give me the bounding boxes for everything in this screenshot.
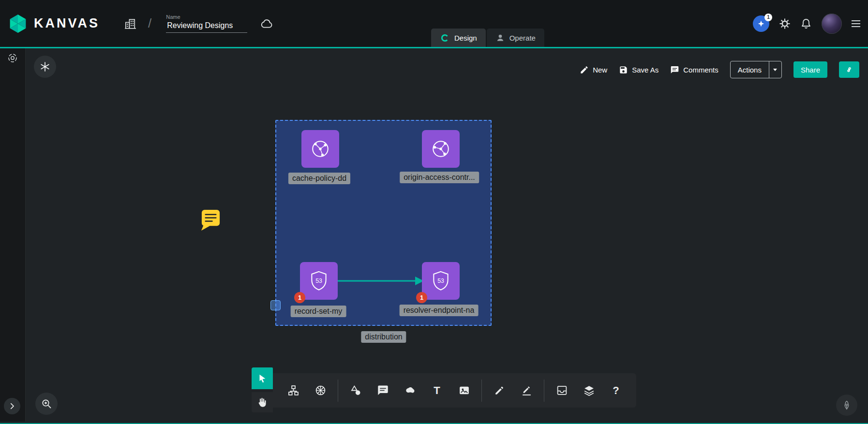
annotation-pen-button[interactable] <box>836 395 857 416</box>
comment-tool-button[interactable] <box>369 373 396 408</box>
tool-strip: T <box>273 373 636 408</box>
layers-tool-button[interactable] <box>575 373 602 408</box>
actions-caret-button[interactable] <box>769 61 781 78</box>
network-globe-icon <box>428 136 454 162</box>
breadcrumb-separator: / <box>148 16 151 31</box>
comment-icon <box>670 65 679 74</box>
node-issue-badge[interactable]: 1 <box>294 292 305 303</box>
network-globe-icon <box>307 136 333 162</box>
notifications-button[interactable] <box>800 18 812 29</box>
canvas-options-button[interactable] <box>34 56 56 78</box>
tab-operate[interactable]: Operate <box>487 29 544 47</box>
notification-count-badge: 1 <box>764 14 772 21</box>
comment-pin-icon <box>200 208 221 231</box>
settings-button[interactable] <box>779 18 791 29</box>
node-issue-badge[interactable]: 1 <box>416 292 427 303</box>
tab-operate-label: Operate <box>509 34 536 42</box>
comment-marker[interactable] <box>200 208 221 233</box>
svg-text:53: 53 <box>315 278 322 284</box>
node-origin-access-control[interactable] <box>422 130 460 168</box>
toolbar-divider <box>481 380 482 402</box>
edge-handle[interactable] <box>270 300 281 310</box>
left-sidebar <box>0 48 26 422</box>
freeform-tool-button[interactable] <box>396 373 423 408</box>
draw-tool-button[interactable] <box>486 373 513 408</box>
main-area: New Save As Comments Actions <box>0 48 868 422</box>
share-button[interactable]: Share <box>793 61 827 78</box>
copy-link-button[interactable] <box>839 61 859 78</box>
comments-button[interactable]: Comments <box>670 65 718 74</box>
svg-text:53: 53 <box>437 278 444 284</box>
actions-dropdown: Actions <box>730 61 782 78</box>
node-label: resolver-endpoint-na <box>400 305 479 316</box>
sketch-tool-button[interactable] <box>513 373 540 408</box>
caret-down-icon <box>772 67 778 73</box>
design-name-input[interactable] <box>166 21 247 33</box>
designs-drawer-button[interactable] <box>548 373 575 408</box>
cloud-sync-icon[interactable] <box>260 17 273 30</box>
node-resolver-endpoint[interactable]: 53 1 <box>422 262 460 300</box>
selection-group[interactable]: 53 1 53 1 <box>275 120 492 326</box>
app-root: KANVAS / Name <box>0 0 868 424</box>
help-glyph: ? <box>613 384 619 397</box>
route53-shield-icon: 53 <box>306 268 332 294</box>
gear-icon <box>779 18 791 29</box>
shapes-tool-button[interactable] <box>342 373 369 408</box>
chevron-right-icon <box>8 402 16 410</box>
blob-icon <box>404 384 416 396</box>
components-tool-button[interactable] <box>280 373 307 408</box>
session-icon[interactable] <box>7 52 18 65</box>
node-cache-policy[interactable] <box>301 130 339 168</box>
helm-wheel-icon <box>314 384 327 396</box>
pen-underline-icon <box>521 384 533 396</box>
new-label: New <box>593 66 607 74</box>
kubernetes-tool-button[interactable] <box>307 373 334 408</box>
canvas-action-bar: New Save As Comments Actions <box>580 61 859 78</box>
tab-design[interactable]: Design <box>431 29 486 47</box>
hand-icon <box>257 397 268 408</box>
node-record-set[interactable]: 53 1 <box>300 262 338 300</box>
shapes-icon <box>350 384 362 396</box>
node-label: origin-access-contr... <box>400 172 479 183</box>
save-as-button[interactable]: Save As <box>619 65 658 74</box>
organization-icon[interactable] <box>124 17 136 30</box>
drawer-icon <box>556 384 568 396</box>
provider-badge-button[interactable]: 1 <box>753 15 769 32</box>
help-tool-button[interactable]: ? <box>602 373 629 408</box>
pencil-icon <box>580 65 589 74</box>
text-tool-glyph: T <box>434 384 440 397</box>
text-tool-button[interactable]: T <box>423 373 450 408</box>
pan-tool-button[interactable] <box>252 392 273 412</box>
node-label: record-set-my <box>291 306 346 317</box>
zoom-in-button[interactable] <box>35 393 58 415</box>
select-tool-button[interactable] <box>252 367 273 389</box>
brand-name: KANVAS <box>34 16 100 31</box>
toolbar-divider <box>338 380 338 402</box>
sidebar-expand-button[interactable] <box>4 398 20 414</box>
sitemap-icon <box>287 384 299 396</box>
kanvas-logo[interactable]: KANVAS <box>8 14 100 34</box>
design-name-label: Name <box>166 14 247 20</box>
design-icon <box>440 33 450 43</box>
image-icon <box>458 384 470 396</box>
layers-icon <box>583 384 595 396</box>
menu-button[interactable] <box>852 20 860 27</box>
comment-bubble-icon <box>377 384 389 396</box>
tab-design-label: Design <box>454 34 477 42</box>
design-canvas[interactable]: New Save As Comments Actions <box>26 48 868 422</box>
user-avatar[interactable] <box>822 14 842 34</box>
group-label: distribution <box>361 331 406 343</box>
save-as-label: Save As <box>632 66 658 74</box>
design-name-group: Name <box>166 14 247 33</box>
actions-button[interactable]: Actions <box>731 61 769 78</box>
cursor-arrow-icon <box>257 373 268 384</box>
zoom-in-icon <box>41 398 52 409</box>
operate-icon <box>495 33 505 43</box>
new-button[interactable]: New <box>580 65 607 74</box>
edge-arrow[interactable] <box>338 274 424 288</box>
app-header: KANVAS / Name <box>0 0 868 48</box>
pointer-tools <box>252 367 273 412</box>
snowflake-icon <box>39 61 51 73</box>
media-tool-button[interactable] <box>450 373 478 408</box>
pen-nib-icon <box>841 400 852 410</box>
